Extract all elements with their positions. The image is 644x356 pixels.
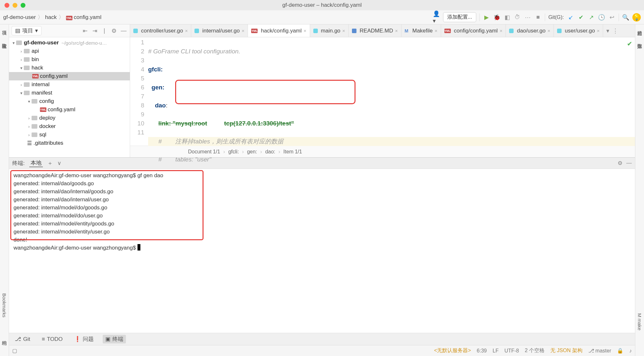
code-line: # 注释掉tables，则生成所有表对应的数据	[158, 138, 284, 145]
crumb-root[interactable]: gf-demo-user	[3, 14, 36, 21]
term-line: generated: internal/dao/goods.go	[14, 179, 630, 187]
rail-make[interactable]: M make	[637, 313, 642, 330]
tab-main[interactable]: main.go×	[310, 24, 349, 37]
add-config-button[interactable]: 添加配置...	[443, 12, 476, 22]
status-cursor[interactable]: 6:39	[477, 348, 487, 354]
separator: |	[101, 27, 108, 34]
git-push-icon[interactable]: ↗	[588, 14, 595, 21]
close-icon[interactable]: ×	[185, 28, 188, 33]
tree-item-config-folder[interactable]: ▾config	[9, 97, 130, 105]
tree-item-api[interactable]: ›api	[9, 47, 130, 55]
tool-terminal[interactable]: ▣ 终端	[103, 335, 126, 343]
tab-controller-user[interactable]: controller/user.go×	[130, 24, 191, 37]
separator	[545, 14, 545, 21]
status-branch[interactable]: ⎇ master	[588, 348, 611, 354]
project-view-selector[interactable]: ▤ 项目 ▾	[12, 26, 42, 35]
tab-readme[interactable]: README.MD×	[349, 24, 402, 37]
term-line: generated: internal/model/do/goods.go	[14, 204, 630, 212]
status-schema[interactable]: 无 JSON 架构	[550, 347, 582, 354]
close-icon[interactable]: ×	[597, 28, 600, 33]
close-icon[interactable]: ×	[547, 28, 550, 33]
term-line: generated: internal/dao/internal/user.go	[14, 196, 630, 204]
git-history-icon[interactable]: 🕓	[598, 14, 605, 21]
status-more-icon[interactable]: ♪	[629, 348, 632, 354]
tree-item-internal[interactable]: ›internal	[9, 80, 130, 89]
status-lineend[interactable]: LF	[493, 348, 499, 354]
tab-label: config/config.yaml	[454, 28, 498, 34]
zoom-window-icon[interactable]	[21, 3, 25, 8]
status-server[interactable]: <无默认服务器>	[434, 347, 471, 354]
editor-tabs: controller/user.go× internal/user.go× YM…	[130, 24, 635, 37]
gear-icon[interactable]: ⚙	[110, 27, 118, 34]
tab-hack-config[interactable]: YMLhack/config.yaml×	[248, 24, 310, 37]
close-icon[interactable]: ×	[435, 28, 438, 33]
coverage-icon[interactable]: ◧	[504, 14, 511, 21]
minimize-window-icon[interactable]	[13, 3, 17, 8]
left-tool-rail: 项目 拉取请求 Bookmarks 结构	[0, 24, 9, 356]
debug-icon[interactable]: 🐞	[493, 14, 500, 21]
status-indent[interactable]: 2 个空格	[525, 347, 545, 354]
term-line: generated: internal/model/do/user.go	[14, 212, 630, 220]
lock-icon[interactable]: 🔒	[617, 348, 623, 354]
status-left-icon[interactable]: ▢	[12, 348, 17, 354]
file-tree[interactable]: ▾gf-demo-user~/go/src/gf-demo-u… ›api ›b…	[9, 37, 130, 157]
user-dropdown-icon[interactable]: 👤▾	[433, 14, 440, 21]
collapse-left-icon[interactable]: ⇤	[81, 27, 89, 34]
git-revert-icon[interactable]: ↩	[608, 14, 615, 21]
expand-right-icon[interactable]: ⇥	[91, 27, 98, 34]
terminal-tab[interactable]: 本地	[29, 159, 43, 167]
search-icon[interactable]: 🔍	[622, 14, 629, 21]
crumb-folder[interactable]: hack	[45, 14, 57, 21]
inspection-ok-icon[interactable]: ✔	[627, 39, 632, 48]
more-run-icon[interactable]: ⋯	[524, 14, 531, 21]
tree-item-config-yaml2[interactable]: YMLconfig.yaml	[9, 105, 130, 114]
close-icon[interactable]: ×	[242, 28, 244, 33]
tree-item-docker[interactable]: ›docker	[9, 122, 130, 131]
run-icon[interactable]: ▶	[483, 14, 490, 21]
close-icon[interactable]: ×	[500, 28, 503, 33]
terminal-new-icon[interactable]: ＋	[47, 160, 53, 167]
folder-icon	[32, 99, 37, 104]
tree-item-deploy[interactable]: ›deploy	[9, 114, 130, 122]
hide-icon[interactable]: —	[120, 27, 127, 34]
tree-item-bin[interactable]: ›bin	[9, 55, 130, 64]
code-editor[interactable]: 1234567891011 # GoFrame CLI tool configu…	[130, 37, 635, 146]
code-body[interactable]: # GoFrame CLI tool configuration. gfcli:…	[148, 37, 635, 146]
close-icon[interactable]: ×	[304, 28, 307, 33]
tree-item-hack[interactable]: ▾hack	[9, 64, 130, 72]
close-window-icon[interactable]	[5, 3, 9, 8]
tool-issues[interactable]: ❗ 问题	[71, 335, 96, 343]
tree-item-sql[interactable]: ›sql	[9, 131, 130, 139]
ide-tips-icon[interactable]: 💡	[632, 13, 641, 22]
profile-icon[interactable]: ⏱	[514, 14, 521, 21]
tab-user-user[interactable]: user/user.go×	[554, 24, 603, 37]
rail-bookmarks[interactable]: Bookmarks	[2, 293, 7, 317]
stop-icon[interactable]: ■	[535, 14, 542, 21]
git-commit-icon[interactable]: ✔	[577, 14, 584, 21]
chevron-down-icon[interactable]: ∨	[57, 160, 61, 167]
tree-root-label: gf-demo-user	[24, 40, 59, 46]
tab-config-config[interactable]: YMLconfig/config.yaml×	[441, 24, 506, 37]
close-icon[interactable]: ×	[395, 28, 398, 33]
chevron-right-icon: 〉	[38, 14, 43, 21]
tool-todo[interactable]: ≡ TODO	[39, 335, 65, 343]
tree-root[interactable]: ▾gf-demo-user~/go/src/gf-demo-u…	[9, 39, 130, 47]
tree-label: config	[39, 98, 54, 105]
tabs-overflow-icon[interactable]: ▾	[606, 27, 609, 34]
status-encoding[interactable]: UTF-8	[504, 348, 519, 354]
tab-internal-user[interactable]: internal/user.go×	[191, 24, 248, 37]
tab-label: main.go	[321, 28, 340, 34]
tree-item-gitattributes[interactable]: ☰.gitattributes	[9, 139, 130, 147]
tab-dao-user[interactable]: dao/user.go×	[506, 24, 554, 37]
git-update-icon[interactable]: ↙	[567, 14, 574, 21]
terminal-body[interactable]: wangzhoangdeAir:gf-demo-user wangzhongya…	[9, 169, 635, 333]
tabs-more-icon[interactable]: ⋮	[612, 27, 618, 34]
tree-item-config-yaml[interactable]: YMLconfig.yaml	[9, 72, 130, 80]
tool-git[interactable]: ⎇ Git	[12, 335, 33, 343]
close-icon[interactable]: ×	[342, 28, 345, 33]
tab-makefile[interactable]: MMakefile×	[402, 24, 441, 37]
crumb-file[interactable]: YMLconfig.yaml	[66, 14, 101, 21]
tree-item-manifest[interactable]: ▾manifest	[9, 89, 130, 97]
titlebar: gf-demo-user – hack/config.yaml	[0, 0, 644, 10]
tab-label: controller/user.go	[141, 28, 183, 34]
